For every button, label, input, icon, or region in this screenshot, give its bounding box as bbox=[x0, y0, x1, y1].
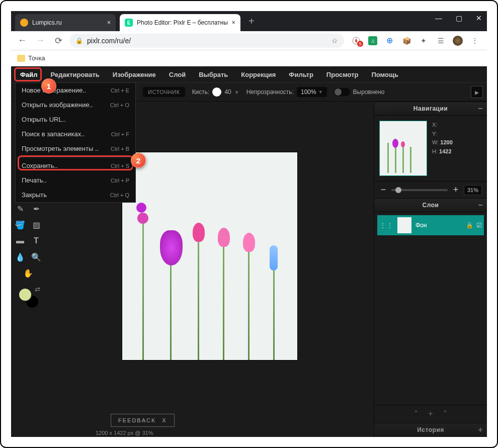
chrome-menu-icon[interactable]: ⋮ bbox=[470, 36, 480, 46]
annotation-callout-2: 2 bbox=[131, 153, 146, 168]
opacity-value[interactable]: 100%▼ bbox=[297, 87, 327, 97]
address-bar: ← → ⟳ 🔒 pixlr.com/ru/e/ ☆ ♫ ⊕ 📦 ✦ ☰ ⋮ bbox=[11, 31, 487, 50]
folder-icon bbox=[17, 55, 25, 62]
menu-select[interactable]: Выбрать bbox=[193, 68, 234, 81]
source-button[interactable]: ИСТОЧНИК bbox=[143, 87, 185, 97]
status-bar: 1200 x 1422 px @ 31% bbox=[96, 430, 153, 436]
nav-panel-header: Навигации − bbox=[374, 102, 487, 116]
menu-item-open[interactable]: Открыть изображение..Ctrl + O bbox=[16, 98, 135, 112]
chevron-down-icon[interactable]: ▼ bbox=[234, 89, 239, 95]
layer-row[interactable]: ⋮⋮ Фон 🔒 ☑ bbox=[377, 215, 484, 235]
new-tab-button[interactable]: + bbox=[244, 14, 259, 28]
tab-title: Photo Editor: Pixlr E – бесплатны bbox=[137, 19, 228, 26]
profile-avatar[interactable] bbox=[453, 36, 463, 46]
bookmarks-bar: Точка bbox=[11, 50, 487, 66]
expand-panel-icon[interactable]: ▸ bbox=[471, 86, 483, 98]
file-menu-dropdown: Новое изображение..Ctrl + E Открыть изоб… bbox=[15, 82, 136, 203]
pen-tool-icon[interactable]: ✒ bbox=[29, 201, 44, 216]
aligned-toggle[interactable] bbox=[334, 88, 350, 96]
extensions-menu-icon[interactable]: ✦ bbox=[419, 36, 429, 46]
zoom-value[interactable]: 31% bbox=[464, 185, 482, 195]
gradient-tool-icon[interactable]: ▨ bbox=[29, 217, 44, 232]
add-layer-icon[interactable]: + bbox=[428, 409, 433, 419]
favicon-icon: E bbox=[125, 19, 133, 27]
extension-icon[interactable]: ⊕ bbox=[384, 36, 394, 46]
layers-panel-header: Слои − bbox=[374, 198, 487, 212]
menu-filter[interactable]: Фильтр bbox=[283, 68, 319, 81]
brush-size[interactable]: 40 bbox=[224, 88, 231, 96]
collapse-icon[interactable]: − bbox=[478, 104, 483, 113]
visibility-icon[interactable]: ☑ bbox=[476, 222, 482, 229]
extension-icon[interactable]: ♫ bbox=[368, 36, 377, 45]
menu-item-close[interactable]: ЗакрытьCtrl + Q bbox=[16, 188, 135, 202]
canvas-image[interactable] bbox=[122, 152, 298, 361]
browser-tab-active[interactable]: E Photo Editor: Pixlr E – бесплатны × bbox=[120, 14, 240, 31]
feedback-button[interactable]: FEEDBACKX bbox=[111, 414, 175, 427]
close-icon[interactable]: × bbox=[107, 19, 111, 26]
extension-icon[interactable] bbox=[351, 36, 361, 46]
zoom-out-button[interactable]: − bbox=[379, 185, 387, 195]
menu-item-open-url[interactable]: Открыть URL.. bbox=[16, 112, 135, 127]
reload-button[interactable]: ⟳ bbox=[51, 34, 65, 48]
collapse-icon[interactable]: − bbox=[478, 201, 483, 210]
menu-item-save[interactable]: Сохранить..Ctrl + S bbox=[16, 158, 135, 173]
menu-correction[interactable]: Коррекция bbox=[235, 68, 282, 81]
tab-title: Lumpics.ru bbox=[32, 19, 62, 26]
annotation-callout-1: 1 bbox=[41, 78, 56, 94]
menu-edit[interactable]: Редактировать bbox=[45, 68, 106, 81]
drag-handle-icon[interactable]: ⋮⋮ bbox=[379, 221, 393, 229]
aligned-label: Выровнено bbox=[353, 88, 385, 96]
shape-tool-icon[interactable]: ▬ bbox=[13, 233, 28, 248]
extension-icon[interactable]: 📦 bbox=[401, 36, 411, 46]
hand-tool-icon[interactable]: ✋ bbox=[21, 265, 36, 281]
zoom-tool-icon[interactable]: 🔍 bbox=[29, 249, 44, 264]
menu-file[interactable]: Файл bbox=[14, 68, 44, 81]
menu-item-print[interactable]: Печать..Ctrl + P bbox=[16, 173, 135, 188]
layer-name: Фон bbox=[416, 222, 462, 229]
bookmark-item[interactable]: Точка bbox=[28, 54, 45, 62]
eyedropper-tool-icon[interactable]: 💧 bbox=[13, 249, 28, 264]
url-text: pixlr.com/ru/e/ bbox=[87, 37, 131, 45]
minimize-icon[interactable]: — bbox=[434, 14, 444, 22]
navigator-info: X: Y: W: 1200 H: 1422 bbox=[432, 121, 453, 176]
color-swatches[interactable]: ⇄ bbox=[17, 287, 39, 309]
browser-titlebar: Lumpics.ru × E Photo Editor: Pixlr E – б… bbox=[11, 11, 487, 31]
menu-view[interactable]: Просмотр bbox=[320, 68, 365, 81]
browser-tab[interactable]: Lumpics.ru × bbox=[15, 14, 116, 31]
back-button[interactable]: ← bbox=[15, 34, 29, 48]
zoom-slider[interactable] bbox=[391, 189, 448, 191]
menu-item-browse[interactable]: Просмотреть элементы ..Ctrl + B bbox=[16, 141, 135, 156]
opacity-label: Непрозрачность: bbox=[246, 88, 294, 96]
text-tool-icon[interactable]: T bbox=[29, 233, 44, 248]
layer-down-icon[interactable]: ˅ bbox=[443, 409, 447, 419]
right-panel: Навигации − X: Y: W: 1200 bbox=[374, 102, 487, 437]
url-input[interactable]: 🔒 pixlr.com/ru/e/ ☆ bbox=[69, 34, 344, 48]
foreground-color[interactable] bbox=[18, 288, 32, 302]
app-menubar: Файл Редактировать Изображение Слой Выбр… bbox=[11, 66, 487, 82]
bookmark-star-icon[interactable]: ☆ bbox=[331, 37, 338, 45]
fill-tool-icon[interactable]: 🪣 bbox=[13, 217, 28, 232]
forward-button[interactable]: → bbox=[33, 34, 47, 48]
expand-icon[interactable]: + bbox=[478, 425, 483, 434]
navigator-thumbnail[interactable] bbox=[379, 121, 427, 176]
menu-layer[interactable]: Слой bbox=[163, 68, 192, 81]
lock-icon[interactable]: 🔒 bbox=[466, 222, 473, 229]
pencil-tool-icon[interactable]: ✎ bbox=[13, 201, 28, 216]
brush-preview[interactable] bbox=[212, 87, 221, 97]
layer-thumbnail bbox=[397, 217, 411, 233]
close-icon[interactable]: × bbox=[232, 19, 235, 26]
lock-icon: 🔒 bbox=[75, 37, 83, 44]
favicon-icon bbox=[20, 19, 28, 27]
menu-item-stock[interactable]: Поиск в запасниках..Ctrl + F bbox=[16, 127, 135, 141]
brush-label: Кисть: bbox=[192, 88, 210, 96]
menu-help[interactable]: Помощь bbox=[366, 68, 404, 81]
maximize-icon[interactable]: ▢ bbox=[454, 14, 464, 22]
zoom-in-button[interactable]: + bbox=[452, 185, 460, 195]
history-panel-header[interactable]: История + bbox=[374, 423, 487, 437]
menu-image[interactable]: Изображение bbox=[107, 68, 162, 81]
swap-colors-icon[interactable]: ⇄ bbox=[35, 286, 40, 293]
menu-item-new[interactable]: Новое изображение..Ctrl + E bbox=[16, 83, 135, 98]
layer-up-icon[interactable]: ˄ bbox=[414, 409, 418, 419]
reading-list-icon[interactable]: ☰ bbox=[436, 36, 446, 46]
close-window-icon[interactable]: ✕ bbox=[474, 14, 484, 22]
